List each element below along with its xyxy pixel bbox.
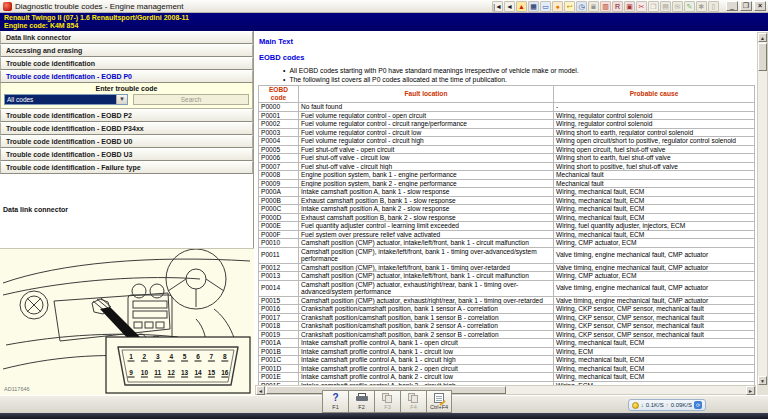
- sidebar-item-failure-type[interactable]: Trouble code identification - Failure ty…: [0, 161, 253, 174]
- code-cell: P000F: [259, 230, 299, 239]
- fault-cell: Intake camshaft profile control A, bank …: [299, 373, 554, 382]
- ctrl-f4-notes-button[interactable]: Ctrl+F4: [426, 390, 452, 413]
- f2-print-button[interactable]: F2: [348, 390, 374, 413]
- scroll-left-icon[interactable]: ◄: [256, 386, 265, 395]
- code-cell: P000A: [259, 188, 299, 197]
- table-row: P0009Engine position system, bank 2 - en…: [259, 179, 755, 188]
- restore-button[interactable]: ❒: [740, 1, 752, 11]
- scroll-up-icon[interactable]: ▲: [758, 33, 767, 42]
- cause-cell: Wiring, fuel quantity adjuster, injector…: [554, 222, 755, 231]
- warning-icon[interactable]: ▲: [516, 1, 527, 12]
- connector-pin-number: 7: [210, 353, 214, 360]
- connector-pin-number: 8: [223, 353, 227, 360]
- code-cell: P0009: [259, 179, 299, 188]
- header-probable-cause: Probable cause: [554, 86, 755, 103]
- globe-icon[interactable]: ●: [552, 1, 563, 12]
- connector-pin-number: 4: [169, 353, 173, 360]
- documents-icon[interactable]: ▦: [528, 1, 539, 12]
- fault-cell: Crankshaft position/camshaft position, b…: [299, 313, 554, 322]
- scroll-right-icon[interactable]: ►: [746, 386, 755, 395]
- connector-pin-number: 9: [129, 369, 133, 376]
- figure-reference: AD117646: [4, 386, 30, 392]
- main-text-link[interactable]: Main Text: [259, 37, 293, 46]
- print-preview-icon: [382, 393, 393, 403]
- diagram-label: Data link connector: [0, 204, 253, 215]
- cause-cell: Wiring, mechanical fault, ECM: [554, 196, 755, 205]
- minimize-button[interactable]: _: [726, 1, 738, 11]
- back-arrow-icon[interactable]: ↩: [564, 1, 575, 12]
- code-cell: P0004: [259, 137, 299, 146]
- sidebar-item-eobd-u3[interactable]: Trouble code identification - EOBD U3: [0, 148, 253, 161]
- header-eobd-code: EOBD code: [259, 86, 299, 103]
- eobd-codes-link[interactable]: EOBD codes: [259, 53, 304, 62]
- chevron-down-icon[interactable]: ▼: [116, 95, 127, 104]
- close-button[interactable]: ×: [754, 1, 766, 11]
- table-row: P000AIntake camshaft position A, bank 1 …: [259, 188, 755, 197]
- refresh-icon[interactable]: ⟳: [694, 401, 702, 409]
- sidebar-item-eobd-p2[interactable]: Trouble code identification - EOBD P2: [0, 109, 253, 122]
- sidebar-item-trouble-code-identification[interactable]: Trouble code identification: [0, 57, 253, 70]
- code-cell: P0010: [259, 239, 299, 248]
- fault-cell: Camshaft position (CMP) actuator, intake…: [299, 272, 554, 281]
- fault-cell: Intake camshaft profile control A, bank …: [299, 347, 554, 356]
- search-button[interactable]: Search: [133, 94, 249, 105]
- scrollbar-corner: [757, 385, 768, 395]
- fault-cell: Camshaft position (CMP) actuator, intake…: [299, 239, 554, 248]
- cause-cell: Wiring, mechanical fault, ECM: [554, 339, 755, 348]
- fault-cell: Exhaust camshaft position B, bank 1 - sl…: [299, 196, 554, 205]
- sidebar-item-eobd-u0[interactable]: Trouble code identification - EOBD U0: [0, 135, 253, 148]
- fault-cell: Crankshaft position/camshaft position, b…: [299, 305, 554, 314]
- fault-cell: Fuel quantity adjuster control - learnin…: [299, 222, 554, 231]
- vertical-scrollbar[interactable]: ▲ ▼: [757, 32, 768, 386]
- cut-icon[interactable]: ✂: [636, 1, 647, 12]
- chart-icon[interactable]: ▥: [600, 1, 611, 12]
- f4-button[interactable]: F4: [400, 390, 426, 413]
- f1-help-button[interactable]: ? F1: [322, 390, 348, 413]
- mail-icon[interactable]: ✉: [672, 1, 683, 12]
- nav-first-icon[interactable]: |◄: [492, 1, 503, 12]
- code-cell: P0015: [259, 296, 299, 305]
- pin-icon[interactable]: ▯: [708, 1, 719, 12]
- connector-pin-number: 3: [156, 353, 160, 360]
- settings-icon[interactable]: ✱: [696, 1, 707, 12]
- network-speed-widget[interactable]: ↓ 0.1K/S ↑ 0.09K/S ⟳: [628, 399, 706, 411]
- table-row: P001DIntake camshaft profile control A, …: [259, 364, 755, 373]
- fault-cell: Intake camshaft position A, bank 1 - slo…: [299, 188, 554, 197]
- repair-manual-icon[interactable]: R: [612, 1, 623, 12]
- attach-icon[interactable]: ✎: [684, 1, 695, 12]
- connector-pin-number: 2: [143, 353, 147, 360]
- monitor-icon[interactable]: ▭: [540, 1, 551, 12]
- function-key-bar: ? F1 F2 F3 F4 Ctrl+F4 ↓ 0.1K/S: [0, 395, 768, 413]
- upload-arrow-icon: ↑: [666, 402, 669, 408]
- connector-pin-number: 11: [154, 369, 161, 376]
- scroll-down-icon[interactable]: ▼: [758, 376, 767, 385]
- connector-pin-number: 6: [196, 353, 200, 360]
- cause-cell: Wiring, CMP actuator, ECM: [554, 272, 755, 281]
- vscroll-thumb[interactable]: [758, 43, 767, 71]
- image-icon[interactable]: ▣: [624, 1, 635, 12]
- cause-cell: Wiring, mechanical fault, ECM: [554, 213, 755, 222]
- sidebar-item-eobd-p34xx[interactable]: Trouble code identification - EOBD P34xx: [0, 122, 253, 135]
- compare-icon[interactable]: ≣: [588, 1, 599, 12]
- cause-cell: Mechanical fault: [554, 171, 755, 180]
- table-row: P0003Fuel volume regulator control - cir…: [259, 128, 755, 137]
- paste-icon[interactable]: ▤: [660, 1, 671, 12]
- cause-cell: Wiring, regulator control solenoid: [554, 111, 755, 120]
- connector-pin-number: 10: [141, 369, 149, 376]
- nav-prev-icon[interactable]: ◄: [504, 1, 515, 12]
- fault-cell: Camshaft position (CMP) actuator, exhaus…: [299, 280, 554, 296]
- connector-pin-number: 13: [181, 369, 189, 376]
- sidebar-item-eobd-p0[interactable]: Trouble code identification - EOBD P0: [0, 70, 253, 83]
- cause-cell: Valve timing, engine mechanical fault, C…: [554, 263, 755, 272]
- sidebar-item-accessing-erasing[interactable]: Accessing and erasing: [0, 44, 253, 57]
- code-cell: P0006: [259, 154, 299, 163]
- f3-button[interactable]: F3: [374, 390, 400, 413]
- sidebar-item-data-link-connector[interactable]: Data link connector: [0, 31, 253, 44]
- sidebar: Data link connector Accessing and erasin…: [0, 31, 254, 395]
- fault-cell: Camshaft position (CMP) actuator, exhaus…: [299, 296, 554, 305]
- code-filter-dropdown[interactable]: All codes ▼: [4, 94, 128, 105]
- history-icon[interactable]: ◷: [576, 1, 587, 12]
- fault-cell: Fuel system over pressure relief valve a…: [299, 230, 554, 239]
- fault-cell: Exhaust camshaft position B, bank 2 - sl…: [299, 213, 554, 222]
- copy-icon[interactable]: ❐: [648, 1, 659, 12]
